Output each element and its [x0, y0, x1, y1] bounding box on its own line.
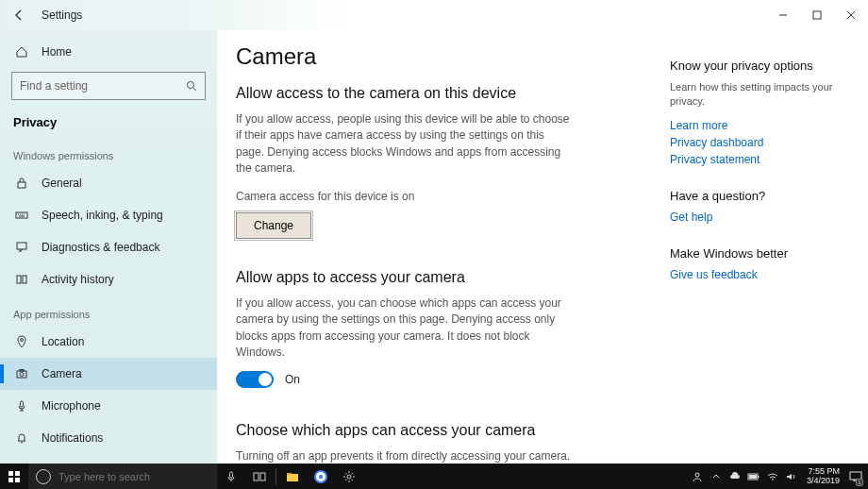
- chrome-taskbar[interactable]: [307, 464, 335, 489]
- sidebar-item-location[interactable]: Location: [0, 326, 217, 358]
- toggle-knob: [259, 373, 272, 386]
- sidebar-item-label: Microphone: [42, 399, 101, 413]
- svg-rect-19: [287, 474, 298, 481]
- taskbar-search-input[interactable]: [58, 471, 209, 482]
- sidebar-home[interactable]: Home: [0, 36, 217, 68]
- svg-rect-10: [20, 370, 24, 372]
- wifi-icon[interactable]: [763, 464, 782, 489]
- sidebar-item-speech[interactable]: Speech, inking, & typing: [0, 199, 217, 231]
- sidebar-item-notifications[interactable]: Notifications: [0, 422, 217, 454]
- svg-rect-4: [17, 243, 26, 249]
- window-title: Settings: [42, 8, 82, 22]
- toggle-state-label: On: [285, 373, 300, 386]
- notification-badge: 1: [856, 479, 863, 486]
- rail-privacy-heading: Know your privacy options: [670, 59, 857, 73]
- microphone-icon: [13, 397, 30, 414]
- start-button[interactable]: [0, 464, 28, 489]
- section-choose-apps-heading: Choose which apps can access your camera: [236, 422, 642, 439]
- svg-point-7: [21, 339, 24, 342]
- sidebar-group-app-permissions: App permissions: [0, 295, 217, 326]
- battery-icon[interactable]: [744, 464, 763, 489]
- home-icon: [13, 43, 30, 60]
- taskbar-search[interactable]: [28, 464, 217, 489]
- file-explorer-taskbar[interactable]: [278, 464, 307, 489]
- svg-rect-6: [23, 276, 26, 283]
- feedback-icon: [13, 239, 30, 256]
- svg-rect-28: [749, 475, 757, 479]
- svg-rect-20: [287, 473, 292, 475]
- rail-feedback-heading: Make Windows better: [670, 246, 857, 261]
- section-choose-apps-text: Turning off an app prevents it from dire…: [236, 448, 576, 464]
- svg-rect-0: [813, 11, 821, 19]
- task-view-button[interactable]: [245, 464, 274, 489]
- privacy-statement-link[interactable]: Privacy statement: [670, 153, 857, 166]
- sidebar-item-camera[interactable]: Camera: [0, 358, 217, 390]
- back-button[interactable]: [8, 4, 30, 26]
- taskbar: 7:55 PM 3/4/2019 1: [0, 464, 868, 489]
- taskbar-clock[interactable]: 7:55 PM 3/4/2019: [801, 467, 845, 486]
- titlebar: Settings: [0, 0, 868, 30]
- svg-rect-3: [16, 212, 27, 218]
- tray-chevron-up[interactable]: [707, 464, 726, 489]
- arrow-left-icon: [12, 8, 25, 22]
- section-allow-device-heading: Allow access to the camera on this devic…: [236, 85, 642, 102]
- svg-rect-13: [15, 471, 20, 476]
- sidebar-item-label: Diagnostics & feedback: [42, 241, 159, 254]
- page-title: Camera: [236, 43, 642, 70]
- sidebar-item-diagnostics[interactable]: Diagnostics & feedback: [0, 231, 217, 263]
- svg-point-25: [695, 473, 699, 477]
- right-rail: Know your privacy options Learn how this…: [670, 30, 868, 464]
- clock-date: 3/4/2019: [807, 477, 840, 486]
- mic-icon-taskbar[interactable]: [217, 464, 245, 489]
- learn-more-link[interactable]: Learn more: [670, 119, 857, 132]
- sidebar-item-label: Camera: [42, 367, 82, 380]
- sidebar-item-label: Location: [42, 335, 84, 348]
- active-indicator: [0, 364, 4, 383]
- people-icon[interactable]: [688, 464, 707, 489]
- cortana-icon: [36, 469, 51, 484]
- volume-icon[interactable]: [782, 464, 801, 489]
- bell-icon: [13, 430, 30, 447]
- get-help-link[interactable]: Get help: [670, 211, 857, 224]
- camera-icon: [13, 365, 30, 382]
- sidebar-item-label: General: [42, 177, 82, 190]
- history-icon: [13, 271, 30, 288]
- svg-point-24: [347, 475, 351, 479]
- svg-rect-5: [17, 276, 21, 283]
- settings-taskbar[interactable]: [335, 464, 363, 489]
- sidebar-item-label: Activity history: [42, 273, 114, 286]
- sidebar-privacy-header: Privacy: [0, 108, 217, 137]
- svg-rect-12: [8, 471, 13, 476]
- svg-rect-17: [254, 473, 259, 481]
- sidebar-item-microphone[interactable]: Microphone: [0, 390, 217, 422]
- sidebar-item-general[interactable]: General: [0, 167, 217, 199]
- keyboard-icon: [13, 207, 30, 224]
- windows-icon: [8, 470, 21, 483]
- svg-rect-2: [18, 182, 25, 188]
- change-button[interactable]: Change: [236, 212, 311, 239]
- location-icon: [13, 333, 30, 350]
- onedrive-icon[interactable]: [726, 464, 744, 489]
- svg-rect-15: [15, 478, 20, 482]
- section-allow-device-text: If you allow access, people using this d…: [236, 111, 576, 177]
- action-center-button[interactable]: 1: [845, 464, 866, 489]
- sidebar-item-label: Notifications: [42, 431, 103, 445]
- lock-icon: [13, 175, 30, 192]
- svg-rect-11: [21, 401, 24, 407]
- taskbar-divider: [275, 468, 276, 485]
- privacy-dashboard-link[interactable]: Privacy dashboard: [670, 136, 857, 149]
- svg-point-23: [319, 474, 323, 478]
- main-content: Camera Allow access to the camera on thi…: [217, 30, 670, 464]
- camera-access-status: Camera access for this device is on: [236, 189, 576, 205]
- search-box[interactable]: [11, 72, 206, 100]
- allow-apps-toggle[interactable]: [236, 371, 274, 388]
- system-tray: 7:55 PM 3/4/2019 1: [688, 464, 868, 489]
- minimize-button[interactable]: [766, 0, 800, 30]
- maximize-button[interactable]: [800, 0, 834, 30]
- search-input[interactable]: [20, 79, 186, 93]
- give-feedback-link[interactable]: Give us feedback: [670, 268, 857, 281]
- close-button[interactable]: [834, 0, 868, 30]
- svg-rect-14: [8, 478, 13, 482]
- sidebar-group-windows-permissions: Windows permissions: [0, 137, 217, 167]
- sidebar-item-activity[interactable]: Activity history: [0, 263, 217, 295]
